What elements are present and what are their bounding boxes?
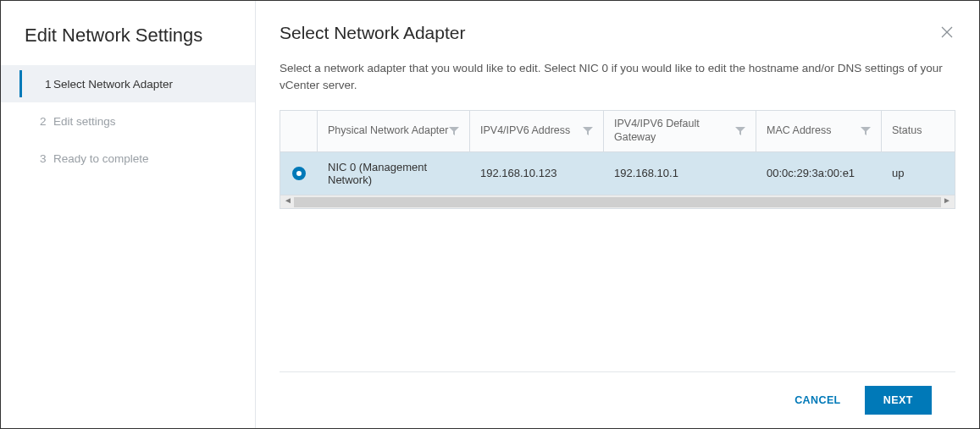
cancel-button[interactable]: CANCEL [786, 388, 849, 413]
dialog-body: Edit Network Settings 1 Select Network A… [1, 1, 979, 428]
dialog-footer: CANCEL NEXT [280, 371, 955, 428]
network-adapter-table: Physical Network Adapter IPV4/IPV6 Addre… [280, 110, 955, 209]
col-gateway[interactable]: IPV4/IPV6 Default Gateway [604, 111, 756, 151]
step-label: Ready to complete [53, 152, 246, 165]
col-label: IPV4/IPV6 Default Gateway [614, 118, 735, 144]
main-panel: Select Network Adapter Select a network … [255, 1, 979, 428]
svg-marker-3 [583, 127, 593, 135]
col-label: Physical Network Adapter [328, 124, 448, 138]
step-label: Select Network Adapter [53, 78, 246, 91]
main-title: Select Network Adapter [280, 23, 465, 43]
svg-marker-4 [735, 127, 745, 135]
next-button[interactable]: NEXT [865, 386, 932, 415]
row-address: 192.168.10.123 [470, 158, 604, 188]
radio-selected-icon[interactable] [292, 167, 306, 180]
wizard-steps: 1 Select Network Adapter 2 Edit settings… [1, 65, 255, 177]
col-adapter[interactable]: Physical Network Adapter [318, 111, 470, 151]
svg-marker-5 [861, 127, 871, 135]
step-number: 3 [25, 152, 53, 165]
main-header: Select Network Adapter [280, 23, 955, 43]
col-label: MAC Address [767, 124, 831, 138]
col-status[interactable]: Status [882, 111, 939, 151]
step-ready-to-complete[interactable]: 3 Ready to complete [1, 140, 255, 177]
col-label: IPV4/IPV6 Address [480, 124, 570, 138]
filter-icon[interactable] [861, 126, 871, 136]
step-number: 2 [25, 115, 53, 128]
wizard-title: Edit Network Settings [1, 25, 255, 65]
row-radio-cell[interactable] [280, 158, 318, 189]
col-address[interactable]: IPV4/IPV6 Address [470, 111, 604, 151]
filter-icon[interactable] [735, 126, 745, 136]
edit-network-settings-dialog: Edit Network Settings 1 Select Network A… [0, 0, 980, 429]
step-select-network-adapter[interactable]: 1 Select Network Adapter [1, 65, 255, 102]
col-label: Status [892, 124, 922, 138]
filter-icon[interactable] [583, 126, 593, 136]
page-description: Select a network adapter that you would … [280, 60, 955, 95]
row-status: up [882, 158, 939, 188]
wizard-sidebar: Edit Network Settings 1 Select Network A… [1, 1, 255, 428]
svg-marker-2 [449, 127, 459, 135]
step-edit-settings[interactable]: 2 Edit settings [1, 102, 255, 140]
col-mac[interactable]: MAC Address [756, 111, 882, 151]
table-row[interactable]: NIC 0 (Management Network) 192.168.10.12… [280, 152, 955, 195]
row-adapter: NIC 0 (Management Network) [318, 152, 470, 195]
close-icon[interactable] [940, 25, 955, 41]
col-select [280, 111, 318, 151]
table-header-row: Physical Network Adapter IPV4/IPV6 Addre… [280, 111, 955, 152]
row-gateway: 192.168.10.1 [604, 158, 756, 188]
step-label: Edit settings [53, 115, 246, 128]
horizontal-scrollbar[interactable] [280, 195, 955, 208]
filter-icon[interactable] [449, 126, 459, 136]
row-mac: 00:0c:29:3a:00:e1 [756, 158, 882, 188]
scrollbar-thumb[interactable] [294, 197, 941, 207]
step-number: 1 [25, 78, 53, 91]
